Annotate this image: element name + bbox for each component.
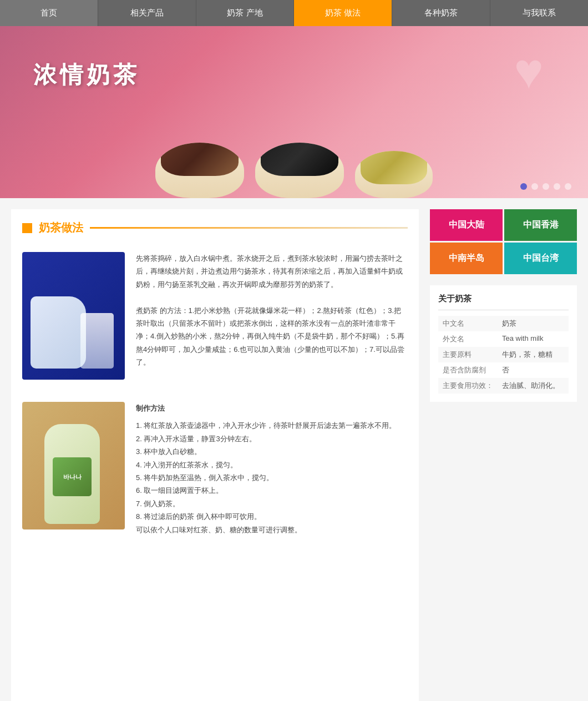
nav-contact[interactable]: 与我联系 (490, 0, 588, 26)
milk-bottle: 바나나 (44, 424, 100, 524)
step-6: 6. 取一细目滤网置于杯上。 (136, 484, 396, 497)
milk-jug (31, 296, 86, 369)
recipe-text-1: 先将茶捣碎，放入白水锅中煮。茶水烧开之后，煮到茶水较浓时，用漏勺捞去茶叶之后，再… (136, 252, 408, 380)
nav-recipe[interactable]: 奶茶 做法 (294, 0, 392, 26)
recipe-paragraph-1: 先将茶捣碎，放入白水锅中煮。茶水烧开之后，煮到茶水较浓时，用漏勺捞去茶叶之后，再… (136, 252, 408, 291)
section-header: 奶茶做法 (22, 220, 408, 235)
region-btn-taiwan[interactable]: 中国台湾 (504, 243, 577, 274)
banner-foods (155, 143, 433, 198)
topping-3 (361, 151, 427, 184)
region-btn-mainland[interactable]: 中国大陆 (430, 209, 503, 241)
food-bowl-3 (355, 151, 433, 198)
info-row-chinese-name: 中文名 奶茶 (438, 316, 569, 331)
info-row-ingredients: 主要原料 牛奶，茶，糖精 (438, 347, 569, 362)
info-key-1: 中文名 (438, 316, 498, 331)
step-2: 2. 再冲入开水适量，静置3分钟左右。 (136, 432, 396, 445)
info-key-3: 主要原料 (438, 347, 498, 362)
region-btn-peninsula[interactable]: 中南半岛 (430, 243, 503, 274)
recipe-text-2: 制作方法 1. 将红茶放入茶壶滤器中，冲入开水少许，待茶叶舒展开后滤去第一遍茶水… (136, 402, 396, 536)
topping-1 (161, 143, 239, 176)
step-4: 4. 冲入沏开的红茶茶水，搅匀。 (136, 458, 396, 471)
nav-products[interactable]: 相关产品 (98, 0, 196, 26)
recipe-title-2: 制作方法 (136, 402, 396, 415)
banner-dot-5[interactable] (565, 183, 571, 190)
info-val-1: 奶茶 (498, 316, 569, 331)
section-icon (22, 223, 32, 233)
food-bowl-1 (155, 143, 244, 198)
info-val-5: 去油腻、助消化。 (498, 378, 569, 394)
milk-glass (80, 313, 114, 369)
recipe-image-2: 바나나 (22, 402, 125, 529)
content-area: 奶茶做法 先将茶捣碎，放入白水锅中煮。茶水烧开之后，煮到茶水较浓时，用漏勺捞去茶… (11, 209, 419, 701)
info-val-4: 否 (498, 362, 569, 378)
region-btn-hk[interactable]: 中国香港 (504, 209, 577, 241)
banner-dot-4[interactable] (554, 183, 560, 190)
step-7: 7. 倒入奶茶。 (136, 497, 396, 510)
recipe-block-2: 바나나 制作方法 1. 将红茶放入茶壶滤器中，冲入开水少许，待茶叶舒展开后滤去第… (22, 402, 408, 536)
section-divider (90, 227, 408, 229)
step-1: 1. 将红茶放入茶壶滤器中，冲入开水少许，待茶叶舒展开后滤去第一遍茶水不用。 (136, 419, 396, 432)
nav-home[interactable]: 首页 (0, 0, 98, 26)
banner-dot-3[interactable] (543, 183, 549, 190)
food-item-3 (355, 151, 433, 198)
hero-banner: 浓情奶茶 ♥ (0, 26, 588, 198)
nav-origin[interactable]: 奶茶 产地 (196, 0, 295, 26)
info-box-title: 关于奶茶 (438, 294, 569, 310)
food-item-2 (255, 143, 344, 198)
info-key-5: 主要食用功效： (438, 378, 498, 394)
info-box: 关于奶茶 中文名 奶茶 外文名 Tea with milk 主要原料 牛奶，茶，… (430, 285, 577, 402)
step-5: 5. 将牛奶加热至温热，倒入茶水中，搅匀。 (136, 471, 396, 484)
recipe-paragraph-2: 煮奶茶 的方法：1.把小米炒熟（开花就像爆米花一样）；2.熬好砖茶（红色）；3.… (136, 304, 408, 369)
banner-dot-2[interactable] (531, 183, 538, 190)
topping-2 (261, 143, 338, 176)
info-key-4: 是否含防腐剂 (438, 362, 498, 378)
recipe-steps: 1. 将红茶放入茶壶滤器中，冲入开水少许，待茶叶舒展开后滤去第一遍茶水不用。 2… (136, 419, 396, 536)
region-grid: 中国大陆 中国香港 中南半岛 中国台湾 (430, 209, 577, 274)
banner-decoration: ♥ (514, 43, 544, 100)
info-row-effects: 主要食用功效： 去油腻、助消化。 (438, 378, 569, 394)
food-item-1 (155, 143, 244, 198)
recipe-image-1 (22, 252, 125, 380)
step-note: 可以依个人口味对红茶、奶、糖的数量可进行调整。 (136, 523, 396, 536)
main-layout: 奶茶做法 先将茶捣碎，放入白水锅中煮。茶水烧开之后，煮到茶水较浓时，用漏勺捞去茶… (0, 198, 588, 701)
step-3: 3. 杯中放入白砂糖。 (136, 445, 396, 458)
banner-title: 浓情奶茶 (33, 59, 140, 90)
info-table: 中文名 奶茶 外文名 Tea with milk 主要原料 牛奶，茶，糖精 是否… (438, 316, 569, 394)
sidebar: 中国大陆 中国香港 中南半岛 中国台湾 关于奶茶 中文名 奶茶 外文名 Tea … (430, 209, 577, 701)
info-val-2: Tea with milk (498, 331, 569, 347)
recipe-block-1: 先将茶捣碎，放入白水锅中煮。茶水烧开之后，煮到茶水较浓时，用漏勺捞去茶叶之后，再… (22, 252, 408, 380)
food-bowl-2 (255, 143, 344, 198)
step-8: 8. 将过滤后的奶茶 倒入杯中即可饮用。 (136, 510, 396, 523)
info-val-3: 牛奶，茶，糖精 (498, 347, 569, 362)
banner-dot-1[interactable] (520, 183, 527, 190)
nav-varieties[interactable]: 各种奶茶 (392, 0, 490, 26)
section-title: 奶茶做法 (39, 220, 83, 235)
banner-dots (520, 183, 571, 190)
navigation: 首页 相关产品 奶茶 产地 奶茶 做法 各种奶茶 与我联系 (0, 0, 588, 26)
bottle-label: 바나나 (53, 457, 92, 496)
info-key-2: 外文名 (438, 331, 498, 347)
info-row-english-name: 外文名 Tea with milk (438, 331, 569, 347)
info-row-preservatives: 是否含防腐剂 否 (438, 362, 569, 378)
